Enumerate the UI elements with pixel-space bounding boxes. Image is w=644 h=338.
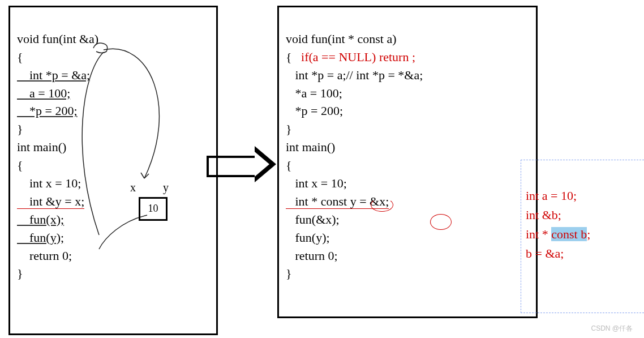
code-line: fun(&x); xyxy=(286,212,340,226)
note-line: int a = 10; xyxy=(526,189,577,203)
code-line: } xyxy=(286,122,292,136)
code-line: void fun(int &a) xyxy=(17,32,98,46)
code-line: } xyxy=(17,266,23,280)
code-line: int main() xyxy=(286,140,335,154)
code-line: *p = 200; xyxy=(17,104,78,118)
code-line: *a = 100; xyxy=(286,86,342,100)
code-line: fun(x); xyxy=(17,212,64,226)
code-line: { xyxy=(286,158,292,172)
left-code-box: void fun(int &a) { int *p = &a; a = 100;… xyxy=(8,6,218,335)
code-line: fun(y); xyxy=(286,230,330,245)
code-line: fun(y); xyxy=(17,230,64,245)
right-code-box: void fun(int * const a) { if(a == NULL) … xyxy=(277,6,538,318)
note-line: int &b; xyxy=(526,208,561,222)
code-line: } xyxy=(286,266,292,280)
code-line: } xyxy=(17,122,23,136)
code-line: int x = 10; xyxy=(286,176,347,190)
code-line: return 0; xyxy=(286,249,338,263)
code-line: int *p = &a; xyxy=(17,68,90,82)
code-line: *p = 200; xyxy=(286,104,343,118)
code-line: { if(a == NULL) return ; xyxy=(286,50,415,64)
code-line: return 0; xyxy=(17,249,72,263)
code-line: int x = 10; xyxy=(17,176,81,190)
red-mark-icon xyxy=(371,198,393,212)
mem-label-x: x xyxy=(130,181,136,194)
code-line: { xyxy=(17,158,23,172)
code-line: void fun(int * const a) xyxy=(286,32,397,46)
watermark: CSDN @仟各 xyxy=(591,324,633,333)
code-line: { xyxy=(17,50,23,64)
red-mark-icon xyxy=(430,214,452,230)
memory-cell: 10 xyxy=(139,197,168,221)
note-line: int * const b; xyxy=(526,227,590,241)
code-line: int *p = a;// int *p = *&a; xyxy=(286,68,423,82)
mem-label-y: y xyxy=(163,181,169,194)
note-line: b = &a; xyxy=(526,246,564,260)
code-line: int main() xyxy=(17,140,66,154)
code-line: a = 100; xyxy=(17,86,70,100)
side-note-box: int a = 10; int &b; int * const b; b = &… xyxy=(521,160,644,313)
code-line: int &y = x; xyxy=(17,194,84,209)
arrow-icon xyxy=(207,147,274,181)
